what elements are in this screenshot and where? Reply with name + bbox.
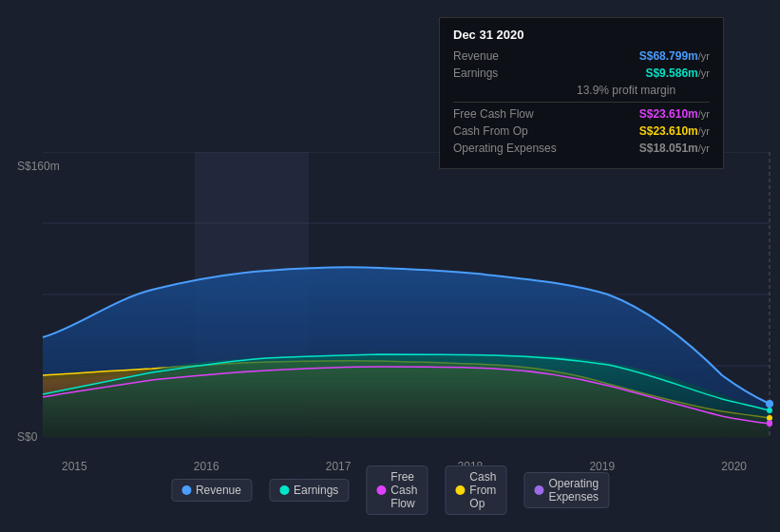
legend-revenue-dot [181, 485, 191, 495]
earnings-dot [767, 408, 772, 413]
tooltip-fcf-row: Free Cash Flow S$23.610m/yr [453, 107, 710, 121]
legend-earnings-label: Earnings [294, 484, 338, 497]
legend-earnings[interactable]: Earnings [269, 479, 349, 502]
fcf-dot [767, 421, 772, 427]
legend-revenue[interactable]: Revenue [171, 479, 252, 502]
tooltip-fcf-label: Free Cash Flow [453, 107, 577, 121]
tooltip-opex-row: Operating Expenses S$18.051m/yr [453, 142, 710, 155]
x-label-2020: 2020 [721, 460, 747, 473]
legend-fcf[interactable]: Free Cash Flow [366, 466, 428, 515]
tooltip-fcf-value: S$23.610m/yr [639, 107, 710, 121]
legend-fcf-label: Free Cash Flow [390, 470, 417, 510]
tooltip-revenue-value: S$68.799m/yr [639, 49, 710, 63]
tooltip-earnings-label: Earnings [453, 66, 577, 80]
chart-legend: Revenue Earnings Free Cash Flow Cash Fro… [171, 466, 609, 515]
tooltip-date: Dec 31 2020 [453, 28, 710, 42]
legend-opex-dot [534, 485, 543, 495]
tooltip-opex-label: Operating Expenses [453, 142, 577, 155]
tooltip-revenue-label: Revenue [453, 49, 577, 63]
tooltip-divider [453, 102, 710, 103]
legend-opex[interactable]: Operating Expenses [523, 472, 609, 508]
legend-cashfromop[interactable]: Cash From Op [445, 466, 506, 515]
x-label-2015: 2015 [62, 460, 87, 473]
tooltip-profit-margin: 13.9% profit margin [577, 84, 710, 97]
tooltip-revenue-row: Revenue S$68.799m/yr [453, 49, 710, 63]
revenue-dot [766, 400, 773, 408]
legend-revenue-label: Revenue [196, 484, 241, 497]
legend-cashfromop-label: Cash From Op [469, 470, 496, 510]
tooltip-earnings-value: S$9.586m/yr [645, 66, 710, 80]
legend-earnings-dot [279, 485, 289, 495]
chart-svg [0, 152, 780, 437]
legend-fcf-dot [376, 485, 386, 495]
legend-opex-label: Operating Expenses [548, 477, 599, 504]
tooltip-cashfromop-label: Cash From Op [453, 124, 577, 138]
legend-cashfromop-dot [455, 485, 465, 495]
tooltip-opex-value: S$18.051m/yr [639, 142, 710, 155]
chart-area [0, 152, 780, 437]
tooltip-earnings-row: Earnings S$9.586m/yr [453, 66, 710, 80]
data-tooltip: Dec 31 2020 Revenue S$68.799m/yr Earning… [439, 17, 724, 169]
tooltip-cashfromop-row: Cash From Op S$23.610m/yr [453, 124, 710, 138]
tooltip-cashfromop-value: S$23.610m/yr [639, 124, 710, 138]
